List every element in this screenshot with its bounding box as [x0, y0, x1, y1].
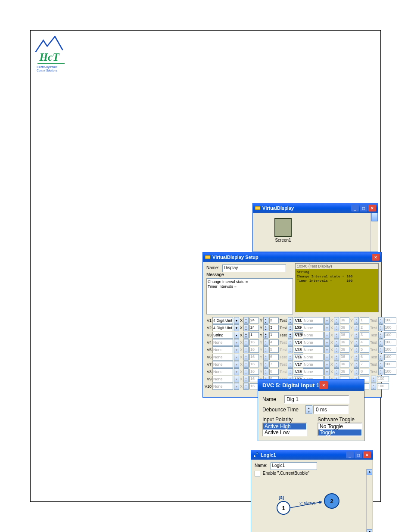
y-input[interactable]: 3 [269, 325, 279, 331]
logic-canvas[interactable]: [S] 1 2 2: always [253, 479, 366, 532]
vrow-type-select[interactable]: None [212, 376, 233, 383]
dropdown-icon[interactable]: ▼ [234, 346, 239, 353]
svg-point-4 [254, 455, 256, 457]
x-spinner[interactable]: ▲▼ [243, 332, 249, 339]
x-label: X [240, 348, 243, 352]
dropdown-icon[interactable]: ▼ [324, 339, 330, 346]
y-label: Y [350, 326, 353, 330]
enable-bubble-checkbox[interactable] [255, 471, 260, 476]
screen1-label: Screen1 [274, 238, 292, 243]
polarity-option-0[interactable]: Active High [263, 423, 306, 429]
dropdown-icon[interactable]: ▼ [324, 332, 330, 339]
dropdown-icon[interactable]: ▼ [324, 324, 330, 331]
message-textarea[interactable]: Change Interval state = Timer Intervals … [206, 278, 293, 314]
vertical-scrollbar[interactable] [371, 213, 378, 252]
toggle-option-0[interactable]: No Toggle [318, 423, 361, 429]
test-spinner: ▲▼ [378, 368, 383, 375]
close-button[interactable]: × [368, 205, 376, 212]
name-input[interactable]: Display [222, 264, 286, 272]
setup-titlebar[interactable]: VirtualDisplay Setup × [203, 252, 381, 262]
close-button[interactable]: × [363, 451, 371, 458]
dropdown-icon[interactable]: ▼ [234, 361, 239, 368]
x-input[interactable]: 1 [249, 332, 259, 338]
maximize-button[interactable]: □ [360, 205, 367, 212]
x-spinner[interactable]: ▲▼ [243, 317, 249, 324]
polarity-listbox[interactable]: Active High Active Low [262, 423, 307, 436]
dropdown-icon[interactable]: ▼ [234, 376, 239, 383]
y-input[interactable]: 2 [269, 317, 279, 324]
x-spinner[interactable]: ▲▼ [243, 324, 249, 331]
x-input: 16 [249, 361, 259, 367]
dvc5-title: DVC 5: Digital Input 1 [262, 382, 319, 389]
dropdown-icon[interactable]: ▼ [234, 383, 239, 390]
vrow-type-select[interactable]: None [212, 383, 233, 390]
y-spinner: ▲▼ [263, 368, 268, 375]
toggle-listbox[interactable]: No Toggle Toggle [318, 423, 362, 436]
vrow-type-select[interactable]: 4 Digit Uint [212, 317, 233, 324]
bubble-2[interactable]: 2 [324, 493, 339, 509]
y-spinner[interactable]: ▲▼ [263, 324, 268, 331]
y-spinner: ▲▼ [354, 332, 359, 339]
logic-titlebar[interactable]: Logic1 _ □ × [251, 450, 373, 460]
test-spinner[interactable]: ▲▼ [288, 332, 293, 339]
dropdown-icon[interactable]: ▼ [234, 324, 239, 331]
vrow-type-select[interactable]: None [212, 368, 233, 375]
x-input: 16 [249, 347, 259, 353]
dropdown-icon[interactable]: ▼ [324, 317, 330, 324]
dropdown-icon[interactable]: ▼ [324, 361, 330, 368]
y-spinner: ▲▼ [263, 339, 268, 346]
x-input[interactable]: 24 [249, 325, 259, 331]
minimize-button[interactable]: _ [346, 451, 354, 458]
dropdown-icon[interactable]: ▼ [324, 368, 330, 375]
close-button[interactable]: × [319, 381, 328, 389]
dropdown-icon[interactable]: ▼ [234, 354, 239, 361]
vertical-scrollbar[interactable]: ▴ ▾ [366, 469, 373, 532]
vrow-type-select[interactable]: None [212, 339, 233, 346]
y-label: Y [350, 370, 353, 374]
test-label: Test [280, 318, 287, 323]
vrow-type-select[interactable]: None [303, 346, 324, 353]
vrow-type-select[interactable]: None [303, 332, 324, 339]
y-spinner[interactable]: ▲▼ [263, 332, 268, 339]
dropdown-icon[interactable]: ▼ [234, 339, 239, 346]
dvc5-titlebar[interactable]: DVC 5: Digital Input 1 × [258, 380, 364, 391]
x-input[interactable]: 24 [249, 317, 259, 324]
dropdown-icon[interactable]: ▼ [234, 368, 239, 375]
polarity-option-1[interactable]: Active Low [263, 429, 306, 436]
test-spinner[interactable]: ▲▼ [288, 317, 293, 324]
vrow-type-select[interactable]: None [303, 317, 324, 324]
debounce-input[interactable]: 0 ms [313, 405, 349, 414]
dropdown-icon[interactable]: ▼ [234, 317, 239, 324]
vrow-type-select[interactable]: None [303, 339, 324, 346]
logic-name-input[interactable]: Logic1 [271, 462, 317, 470]
vrow-type-select[interactable]: None [303, 354, 324, 361]
svg-rect-2 [255, 206, 260, 210]
vrow-type-select[interactable]: None [303, 324, 324, 331]
vrow-id: V6 [205, 355, 212, 359]
screen1-icon[interactable]: Screen1 [274, 218, 292, 243]
test-label: Test [370, 370, 377, 374]
vrow-type-select[interactable]: 4 Digit Uint [212, 324, 233, 331]
maximize-button[interactable]: □ [355, 451, 362, 458]
dropdown-icon[interactable]: ▼ [324, 354, 330, 361]
virtual-display-titlebar[interactable]: VirtualDisplay _ □ × [253, 203, 378, 213]
vrow-type-select[interactable]: None [212, 354, 233, 361]
vrow-type-select[interactable]: String [212, 332, 233, 339]
minimize-button[interactable]: _ [351, 205, 359, 212]
toggle-option-1[interactable]: Toggle [318, 429, 361, 436]
vrow-V8: V8 None▼ X▲▼16 Y▲▼8 Test▲▼100 [205, 368, 306, 375]
vrow-type-select[interactable]: None [212, 346, 233, 353]
close-button[interactable]: × [372, 254, 380, 261]
vrow-type-select[interactable]: None [212, 361, 233, 368]
y-spinner[interactable]: ▲▼ [263, 317, 268, 324]
y-input[interactable]: 1 [269, 332, 279, 338]
vrow-type-select[interactable]: None [303, 368, 324, 375]
dvc-name-input[interactable]: Dig 1 [284, 395, 349, 404]
enable-bubble-row[interactable]: Enable ".CurrentBubble" [255, 471, 309, 476]
debounce-spinner[interactable]: ▲▼ [305, 405, 312, 414]
test-spinner[interactable]: ▲▼ [288, 324, 293, 331]
y-input: 3 [360, 332, 369, 338]
vrow-type-select[interactable]: None [303, 361, 324, 368]
dropdown-icon[interactable]: ▼ [234, 332, 239, 339]
dropdown-icon[interactable]: ▼ [324, 346, 330, 353]
